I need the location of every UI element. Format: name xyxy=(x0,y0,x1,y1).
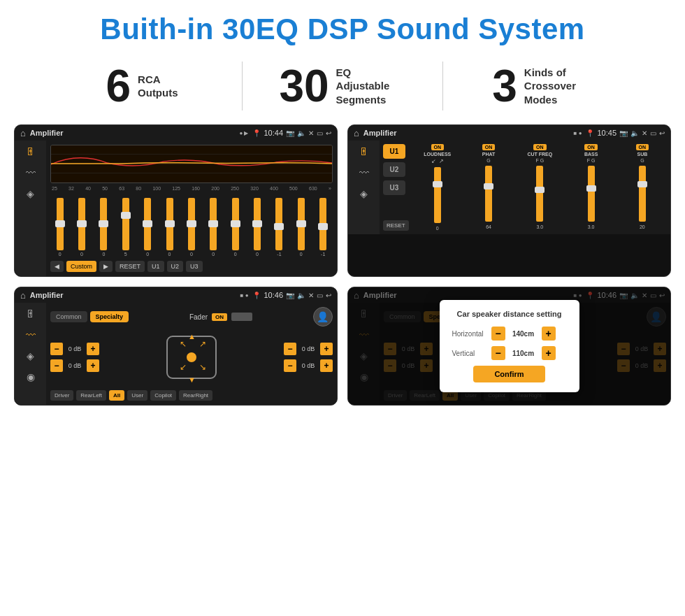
crossover-sidebar-icon-3[interactable]: ◈ xyxy=(360,188,368,199)
fader-btn-rearright[interactable]: RearRight xyxy=(179,390,212,401)
crossover-time: 10:45 xyxy=(597,129,616,137)
dialog-vertical-plus[interactable]: + xyxy=(542,346,556,360)
eq-sidebar-icon-3[interactable]: ◈ xyxy=(27,188,34,199)
eq-slider-1: 0 xyxy=(57,198,64,257)
db-minus-4[interactable]: − xyxy=(284,359,296,372)
eq-main-area: 25 32 40 50 63 80 100 125 160 200 250 32… xyxy=(46,141,337,276)
stat-label-eq: EQ AdjustableSegments xyxy=(336,66,406,107)
fader-btn-copilot[interactable]: Copilot xyxy=(150,390,176,401)
screen-distance: ⌂ Amplifier ■ ● 📍 10:46 📷 🔈 ✕ ▭ ↩ 🎚 〰 ◈ … xyxy=(347,287,671,406)
db-minus-3[interactable]: − xyxy=(284,343,296,355)
fader-tab-common[interactable]: Common xyxy=(50,311,87,322)
crossover-location-icon: 📍 xyxy=(586,129,594,137)
eq-reset-btn[interactable]: RESET xyxy=(115,261,145,272)
fader-sidebar-icon-1[interactable]: 🎚 xyxy=(26,308,36,320)
eq-graph-svg xyxy=(51,145,332,182)
loudness-slider xyxy=(434,167,441,223)
db-plus-2[interactable]: + xyxy=(87,359,99,372)
fader-sidebar-icon-3[interactable]: ◈ xyxy=(27,350,34,361)
freq-40: 40 xyxy=(85,186,91,191)
crossover-reset-btn[interactable]: RESET xyxy=(383,220,409,231)
crossover-rect-icon: ▭ xyxy=(650,129,656,137)
screen-fader: ⌂ Amplifier ■ ● 📍 10:46 📷 🔈 ✕ ▭ ↩ 🎚 〰 ◈ … xyxy=(14,287,338,406)
ctrl-cutfreq: ON CUT FREQ F G 3.0 xyxy=(515,144,564,231)
preset-u2[interactable]: U2 xyxy=(383,162,405,177)
svg-text:↗: ↗ xyxy=(199,339,206,349)
fader-btn-user[interactable]: User xyxy=(127,390,147,401)
crossover-status-bar: ⌂ Amplifier ■ ● 📍 10:45 📷 🔈 ✕ ▭ ↩ xyxy=(348,125,670,141)
freq-arrow: » xyxy=(329,186,331,191)
db-plus-1[interactable]: + xyxy=(87,343,99,355)
fader-sidebar-icon-2[interactable]: 〰 xyxy=(26,329,36,341)
preset-u3[interactable]: U3 xyxy=(383,180,405,195)
eq-app-name: Amplifier xyxy=(30,129,236,137)
eq-u3-btn[interactable]: U3 xyxy=(186,261,203,272)
fader-tab-specialty[interactable]: Specialty xyxy=(90,311,129,322)
crossover-sidebar-icon-2[interactable]: 〰 xyxy=(359,167,369,178)
eq-u1-btn[interactable]: U1 xyxy=(147,261,164,272)
dialog-horizontal-minus[interactable]: − xyxy=(491,327,505,341)
crossover-cam-icon: 📷 xyxy=(619,129,628,137)
freq-200: 200 xyxy=(211,186,219,191)
freq-500: 500 xyxy=(289,186,298,191)
fader-on-badge: ON xyxy=(212,313,227,321)
loudness-label: LOUDNESS xyxy=(424,152,451,157)
fader-main-area: Common Specialty Fader ON 👤 − 0 dB xyxy=(46,303,337,405)
eq-u2-btn[interactable]: U2 xyxy=(167,261,184,272)
home-icon-crossover: ⌂ xyxy=(354,128,359,138)
svg-point-5 xyxy=(187,352,196,362)
dialog-horizontal-plus[interactable]: + xyxy=(542,327,556,341)
freq-63: 63 xyxy=(119,186,124,191)
eq-next-btn[interactable]: ▶ xyxy=(99,261,113,272)
eq-slider-2: 0 xyxy=(78,198,85,257)
fader-profile-icon[interactable]: 👤 xyxy=(313,307,333,327)
fader-btn-all[interactable]: All xyxy=(109,390,124,401)
freq-250: 250 xyxy=(231,186,239,191)
db-minus-2[interactable]: − xyxy=(50,359,63,372)
crossover-vol-icon: 🔈 xyxy=(630,129,639,137)
fader-slider-mini[interactable] xyxy=(231,313,252,321)
db-plus-4[interactable]: + xyxy=(320,359,333,372)
fader-sidebar-icon-4[interactable]: ◉ xyxy=(27,371,35,382)
eq-sidebar-icon-2[interactable]: 〰 xyxy=(26,167,36,178)
eq-cam-icon: 📷 xyxy=(286,129,294,137)
db-val-2: 0 dB xyxy=(65,362,85,369)
distance-dialog: Car speaker distance setting Horizontal … xyxy=(440,300,579,392)
fader-dot1: ■ ● xyxy=(240,292,249,299)
crossover-sidebar: 🎚 〰 ◈ xyxy=(348,141,380,234)
ctrl-phat: ON PHAT G 64 xyxy=(464,144,513,231)
svg-text:↖: ↖ xyxy=(180,339,187,349)
preset-u1[interactable]: U1 xyxy=(383,144,405,159)
db-val-1: 0 dB xyxy=(65,345,85,352)
fader-right-col: − 0 dB + − 0 dB + xyxy=(284,343,333,372)
eq-prev-btn[interactable]: ◀ xyxy=(50,261,64,272)
loudness-val: 0 xyxy=(436,226,439,231)
dialog-vertical-minus[interactable]: − xyxy=(491,346,505,360)
fader-label: Fader xyxy=(189,313,208,321)
screen-crossover: ⌂ Amplifier ■ ● 📍 10:45 📷 🔈 ✕ ▭ ↩ 🎚 〰 ◈ xyxy=(347,124,671,277)
fader-location-icon: 📍 xyxy=(252,292,261,299)
eq-slider-10: 0 xyxy=(254,198,261,257)
eq-controls-row: ◀ Custom ▶ RESET U1 U2 U3 xyxy=(50,261,333,272)
crossover-main-area: U1 U2 U3 RESET ON LOUDNESS ↙↗ 0 xyxy=(380,141,670,234)
crossover-sidebar-icon-1[interactable]: 🎚 xyxy=(359,146,369,157)
db-plus-3[interactable]: + xyxy=(320,343,333,355)
fader-body: − 0 dB + − 0 dB + xyxy=(50,329,333,385)
stat-number-6: 6 xyxy=(106,64,131,108)
crossover-app-name: Amplifier xyxy=(363,129,570,137)
stat-rca: 6 RCAOutputs xyxy=(42,64,242,108)
sub-on-badge: ON xyxy=(636,144,649,150)
fader-btn-rearleft[interactable]: RearLeft xyxy=(76,390,106,401)
eq-sidebar-icon-1[interactable]: 🎚 xyxy=(26,146,36,157)
eq-slider-5: 0 xyxy=(144,198,151,257)
bass-fg-label: F G xyxy=(587,158,596,163)
eq-slider-3: 0 xyxy=(100,198,107,257)
cutfreq-label: CUT FREQ xyxy=(527,152,552,157)
fader-btn-driver[interactable]: Driver xyxy=(50,390,73,401)
distance-dialog-overlay: Car speaker distance setting Horizontal … xyxy=(348,287,670,405)
dialog-title: Car speaker distance setting xyxy=(452,310,567,318)
confirm-button[interactable]: Confirm xyxy=(473,366,545,382)
eq-custom-btn[interactable]: Custom xyxy=(66,261,96,272)
sub-label: SUB xyxy=(637,152,647,157)
db-minus-1[interactable]: − xyxy=(50,343,63,355)
